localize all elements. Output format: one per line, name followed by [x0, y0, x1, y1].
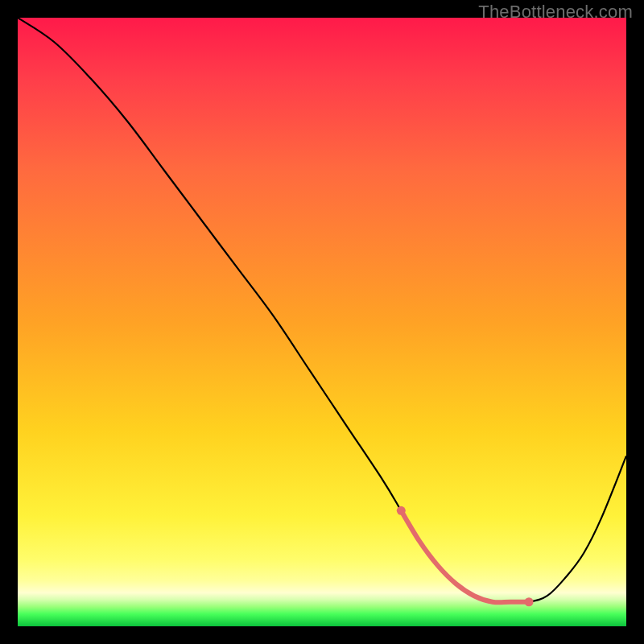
watermark-text: TheBottleneck.com [478, 2, 633, 23]
highlight-endpoint-dot [525, 597, 534, 606]
chart-plot-area [18, 18, 626, 626]
bottleneck-curve-svg [18, 18, 626, 626]
bottleneck-curve-line [18, 18, 626, 602]
bottleneck-highlight-segment [401, 510, 529, 602]
highlight-endpoint-dot [397, 506, 406, 515]
